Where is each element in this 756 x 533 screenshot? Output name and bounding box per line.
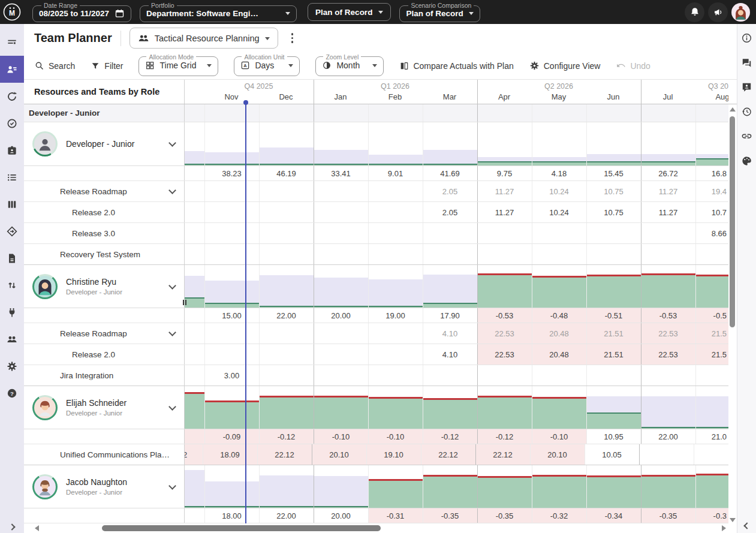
total-value-cell[interactable]: 22.00	[259, 508, 314, 523]
chevron-down-icon[interactable]	[168, 482, 176, 490]
allocation-value-cell[interactable]: 21.51	[586, 344, 641, 365]
resource-totals-row-label-cell[interactable]	[24, 308, 185, 323]
total-value-cell[interactable]: -0.09	[204, 429, 259, 444]
allocation-value-cell[interactable]: 22.53	[477, 323, 532, 344]
allocation-value-cell[interactable]	[259, 223, 314, 243]
total-value-cell[interactable]: 41.69	[423, 166, 477, 180]
chevron-down-icon[interactable]	[168, 403, 176, 411]
total-value-cell[interactable]: -0.35	[641, 508, 695, 523]
allocation-value-cell[interactable]: 22.12	[257, 444, 312, 465]
allocation-value-cell[interactable]	[641, 223, 695, 243]
allocation-value-cell[interactable]: 10.7	[695, 202, 729, 222]
total-value-cell[interactable]: -0.31	[368, 508, 423, 523]
allocation-value-cell[interactable]: 18.09	[203, 444, 257, 465]
configure-view-button[interactable]: Configure View	[529, 61, 601, 71]
allocation-value-cell[interactable]	[586, 244, 641, 264]
right-rail-contact-person-bubble-button[interactable]	[741, 82, 752, 93]
allocation-value-cell[interactable]	[477, 365, 532, 386]
project-name[interactable]: Release Roadmap	[60, 187, 127, 196]
resource-totals-row-label-cell[interactable]	[24, 429, 185, 444]
allocation-value-cell[interactable]: 11.27	[477, 181, 532, 201]
right-rail-history-clock-button[interactable]	[741, 106, 752, 118]
search-button[interactable]: Search	[34, 61, 75, 71]
allocation-value-cell[interactable]: 20.10	[530, 444, 585, 465]
total-value-cell[interactable]: 20.00	[314, 308, 368, 323]
allocation-value-cell[interactable]: 2.05	[423, 202, 477, 222]
total-value-cell[interactable]: 9.75	[477, 166, 532, 180]
allocation-value-cell[interactable]: 11.27	[641, 202, 695, 222]
allocation-value-cell[interactable]: 20.48	[532, 323, 586, 344]
right-rail-info-button[interactable]	[741, 32, 752, 44]
allocation-value-cell[interactable]	[314, 223, 368, 243]
allocation-value-cell[interactable]	[641, 244, 695, 264]
project-row-label-cell[interactable]: Release 2.0	[24, 202, 185, 222]
allocation-value-cell[interactable]	[259, 323, 314, 344]
allocation-value-cell[interactable]	[314, 181, 368, 201]
allocation-value-cell[interactable]	[532, 223, 586, 243]
allocation-value-cell[interactable]	[423, 365, 477, 386]
more-options-button[interactable]	[287, 31, 299, 46]
allocation-value-cell[interactable]	[185, 344, 204, 365]
total-value-cell[interactable]: -0.51	[586, 308, 641, 323]
scroll-right-arrow[interactable]	[722, 525, 726, 531]
user-avatar[interactable]	[731, 3, 750, 22]
allocation-value-cell[interactable]	[368, 244, 423, 264]
chevron-down-icon[interactable]	[168, 282, 176, 290]
allocation-value-cell[interactable]	[314, 365, 368, 386]
nav-item-goals-target[interactable]	[0, 110, 24, 137]
total-value-cell[interactable]: -0.53	[641, 308, 695, 323]
allocation-mode-select[interactable]: Allocation Mode Time Grid	[138, 53, 218, 76]
allocation-value-cell[interactable]	[185, 181, 204, 201]
total-value-cell[interactable]: 26.72	[641, 166, 695, 180]
filter-button[interactable]: Filter	[91, 61, 123, 71]
total-value-cell[interactable]: 18.00	[204, 508, 259, 523]
allocation-resize-handle[interactable]	[183, 300, 186, 305]
project-name[interactable]: Release 2.0	[72, 350, 115, 359]
allocation-value-cell[interactable]	[368, 223, 423, 243]
allocation-value-cell[interactable]	[586, 223, 641, 243]
notifications-button[interactable]	[685, 2, 704, 22]
allocation-value-cell[interactable]	[204, 223, 259, 243]
right-rail-share-link-button[interactable]	[741, 131, 752, 142]
allocation-value-cell[interactable]	[185, 223, 204, 243]
total-value-cell[interactable]: 38.23	[204, 166, 259, 180]
allocation-value-cell[interactable]: 10.24	[532, 181, 586, 201]
resource-row-label-cell[interactable]: Developer - Junior	[24, 122, 185, 165]
total-value-cell[interactable]: -0.12	[477, 429, 532, 444]
allocation-value-cell[interactable]: 22.53	[477, 344, 532, 365]
nav-item-report-document[interactable]	[0, 245, 24, 272]
project-name[interactable]: Release 3.0	[72, 229, 115, 238]
allocation-value-cell[interactable]	[204, 344, 259, 365]
allocation-value-cell[interactable]	[259, 181, 314, 201]
allocation-value-cell[interactable]: 3.00	[204, 365, 259, 386]
allocation-value-cell[interactable]	[314, 244, 368, 264]
scroll-down-arrow[interactable]	[730, 518, 736, 522]
collapse-right-rail-button[interactable]	[737, 523, 756, 528]
allocation-value-cell[interactable]	[259, 244, 314, 264]
resource-totals-row-label-cell[interactable]	[24, 508, 185, 523]
allocation-value-cell[interactable]	[259, 365, 314, 386]
allocation-value-cell[interactable]	[185, 202, 204, 222]
total-value-cell[interactable]: 20.00	[314, 508, 368, 523]
allocation-value-cell[interactable]	[532, 244, 586, 264]
plan-selector[interactable]: Plan of Record	[308, 3, 391, 21]
total-value-cell[interactable]: 9.01	[368, 166, 423, 180]
scenario-comparison-field[interactable]: Scenario Comparison Plan of Record	[399, 2, 480, 22]
total-value-cell[interactable]: -0.35	[423, 508, 477, 523]
allocation-value-cell[interactable]: 4.10	[423, 344, 477, 365]
allocation-value-cell[interactable]	[477, 244, 532, 264]
total-value-cell[interactable]: -0.10	[314, 429, 368, 444]
project-row-label-cell[interactable]: Recovery Test System	[24, 244, 185, 264]
total-value-cell[interactable]: 21.0	[695, 429, 729, 444]
allocation-value-cell[interactable]: 10.05	[585, 444, 639, 465]
project-row-label-cell[interactable]: Release Roadmap	[24, 181, 185, 201]
project-row-label-cell[interactable]: Release Roadmap	[24, 323, 185, 344]
total-value-cell[interactable]: -0.53	[477, 308, 532, 323]
project-row-label-cell[interactable]: Release 3.0	[24, 223, 185, 243]
total-value-cell[interactable]: -0.5	[695, 308, 729, 323]
total-value-cell[interactable]	[185, 166, 204, 180]
allocation-value-cell[interactable]: 10.75	[586, 202, 641, 222]
allocation-value-cell[interactable]	[314, 344, 368, 365]
nav-item-help-question[interactable]: ?	[0, 380, 24, 406]
resource-row-label-cell[interactable]: Elijah SchneiderDeveloper - Junior	[24, 386, 185, 429]
